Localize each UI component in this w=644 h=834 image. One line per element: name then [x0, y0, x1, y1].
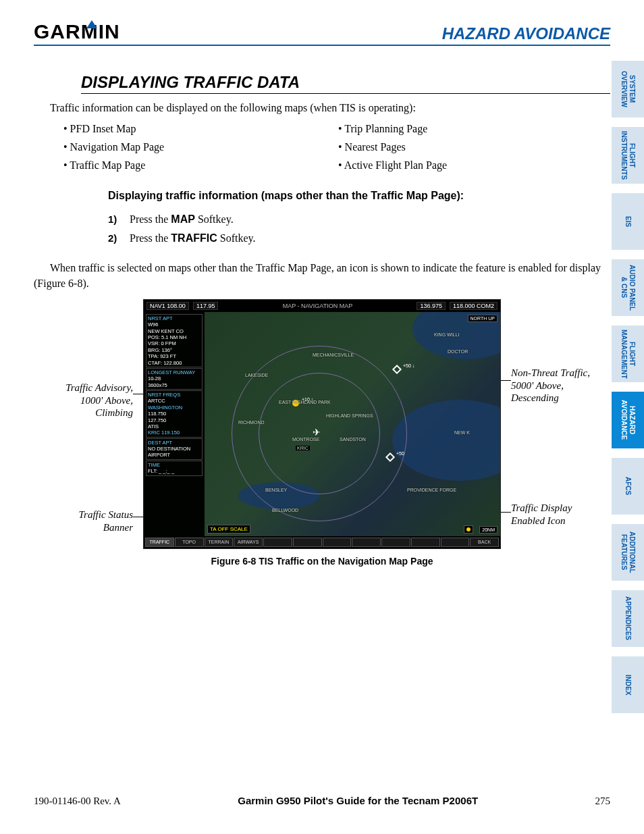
north-up-indicator: NORTH UP [468, 315, 498, 322]
softkey-bar: TRAFFIC TOPO TERRAIN AIRWAYS BACK [144, 536, 500, 548]
softkey-traffic[interactable]: TRAFFIC [145, 538, 174, 547]
tab-system-overview[interactable]: SYSTEM OVERVIEW [612, 61, 644, 118]
section-heading: DISPLAYING TRAFFIC DATA [81, 73, 610, 94]
list-item: Active Flight Plan Page [336, 156, 610, 174]
softkey-blank[interactable] [352, 538, 381, 547]
tab-additional-features[interactable]: ADDITIONAL FEATURES [612, 524, 644, 581]
tab-hazard-avoidance[interactable]: HAZARD AVOIDANCE [612, 392, 644, 448]
softkey-blank[interactable] [411, 538, 440, 547]
tab-index[interactable]: INDEX [612, 656, 644, 713]
softkey-blank[interactable] [293, 538, 322, 547]
figure-caption: Figure 6-8 TIS Traffic on the Navigation… [65, 556, 579, 567]
mfd-page-title: MAP - NAVIGATION MAP [222, 303, 412, 309]
mfd-data-panel: NRST APT W96 NEW KENT CO POS: 5.1 NM NH … [144, 312, 205, 536]
traffic-status-banner: TA OFF SCALE [207, 525, 250, 533]
bullet-columns: PFD Inset Map Navigation Map Page Traffi… [61, 120, 610, 175]
softkey-blank[interactable] [263, 538, 292, 547]
procedure-steps: 1) Press the MAP Softkey. 2) Press the T… [108, 210, 610, 249]
step-number: 1) [108, 210, 123, 230]
callout-status-banner: Traffic Status Banner [52, 509, 133, 534]
body-paragraph: When traffic is selected on maps other t… [34, 261, 610, 291]
step-2: 2) Press the TRAFFIC Softkey. [108, 229, 610, 249]
airport-kric: KRIC [296, 446, 310, 450]
softkey-topo[interactable]: TOPO [175, 538, 204, 547]
doc-number: 190-01146-00 Rev. A [34, 796, 121, 807]
callout-display-icon: Traffic Display Enabled Icon [511, 502, 592, 527]
traffic-enabled-icon [464, 525, 473, 533]
softkey-name: MAP [171, 213, 195, 225]
non-threat-symbol [392, 365, 402, 374]
chapter-tabs: SYSTEM OVERVIEW FLIGHT INSTRUMENTS EIS A… [612, 61, 644, 713]
logo-triangle-icon [86, 20, 97, 28]
softkey-airways[interactable]: AIRWAYS [234, 538, 263, 547]
tab-flight-management[interactable]: FLIGHT MANAGEMENT [612, 325, 644, 382]
nav2-freq: 117.95 [193, 302, 219, 310]
tab-audio-panel[interactable]: AUDIO PANEL & CNS [612, 259, 644, 316]
figure-6-8: Traffic Advisory, 1000' Above, Climbing … [65, 299, 579, 567]
step-number: 2) [108, 229, 123, 249]
procedure-heading: Displaying traffic information (maps oth… [108, 190, 610, 202]
chapter-title: HAZARD AVOIDANCE [442, 24, 610, 43]
mfd-top-bar: NAV1 108.00 117.95 MAP - NAVIGATION MAP … [144, 300, 500, 312]
page-number: 275 [595, 796, 610, 807]
guide-title: Garmin G950 Pilot's Guide for the Tecnam… [238, 795, 478, 806]
tab-flight-instruments[interactable]: FLIGHT INSTRUMENTS [612, 127, 644, 184]
page-footer: 190-01146-00 Rev. A Garmin G950 Pilot's … [34, 795, 610, 807]
intro-paragraph: Traffic information can be displayed on … [34, 102, 610, 114]
callout-non-threat: Non-Threat Traffic, 5000' Above, Descend… [511, 367, 592, 405]
logo-text: GARMIN [34, 20, 120, 43]
softkey-blank[interactable] [323, 538, 352, 547]
tab-eis[interactable]: EIS [612, 193, 644, 250]
tab-afcs[interactable]: AFCS [612, 458, 644, 515]
nav1-freq: NAV1 108.00 [146, 302, 189, 310]
com2-freq: 118.000 COM2 [450, 302, 498, 310]
com1-freq: 136.975 [417, 302, 446, 310]
mfd-screenshot: NAV1 108.00 117.95 MAP - NAVIGATION MAP … [143, 299, 501, 549]
page-header: GARMIN HAZARD AVOIDANCE [34, 20, 610, 46]
navigation-map: ✈ +10 ↑ +50 ↓ +50 MECHANICSVILLE LAKESID… [205, 312, 500, 536]
list-item: PFD Inset Map [61, 120, 336, 138]
list-item: Trip Planning Page [336, 120, 610, 138]
softkey-terrain[interactable]: TERRAIN [205, 538, 234, 547]
callout-traffic-advisory: Traffic Advisory, 1000' Above, Climbing [52, 382, 133, 419]
list-item: Navigation Map Page [61, 138, 336, 156]
map-scale: 20NM [479, 526, 498, 533]
tab-appendices[interactable]: APPENDICES [612, 590, 644, 647]
list-item: Nearest Pages [336, 138, 610, 156]
softkey-blank[interactable] [381, 538, 410, 547]
step-1: 1) Press the MAP Softkey. [108, 210, 610, 230]
softkey-name: TRAFFIC [171, 232, 217, 244]
garmin-logo: GARMIN [34, 20, 132, 43]
list-item: Traffic Map Page [61, 156, 336, 174]
bullets-left: PFD Inset Map Navigation Map Page Traffi… [61, 120, 336, 175]
bullets-right: Trip Planning Page Nearest Pages Active … [336, 120, 610, 175]
softkey-back[interactable]: BACK [470, 538, 499, 547]
softkey-blank[interactable] [441, 538, 470, 547]
